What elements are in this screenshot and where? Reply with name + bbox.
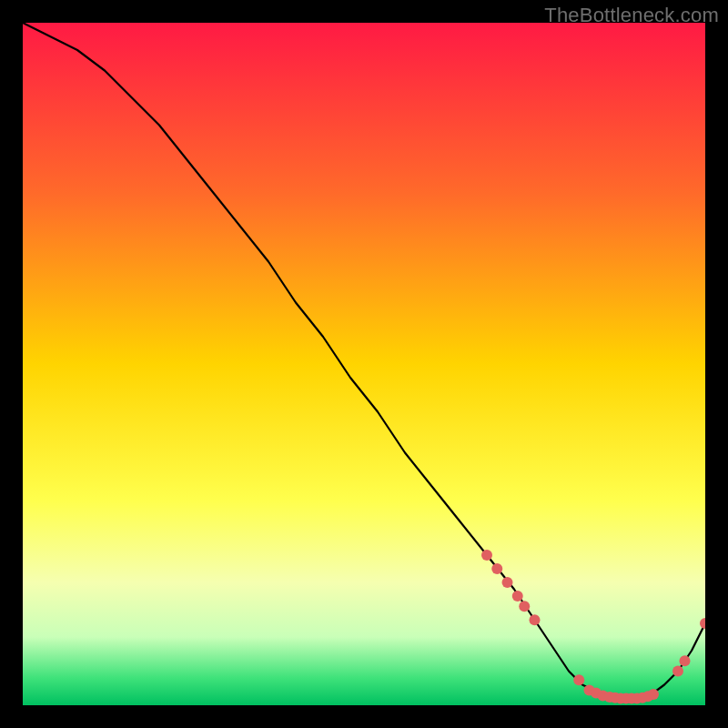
marker-dot [512,591,523,602]
marker-dot [680,655,691,666]
marker-dot [573,674,584,685]
marker-dot [519,601,530,612]
bottleneck-chart [23,23,705,705]
chart-background [23,23,705,705]
watermark-text: TheBottleneck.com [544,4,719,27]
marker-dot [648,689,659,700]
marker-dot [491,563,502,574]
marker-dot [530,614,541,625]
marker-dot [502,577,513,588]
chart-stage: TheBottleneck.com [0,0,728,728]
marker-dot [672,666,683,677]
marker-dot [481,550,492,561]
